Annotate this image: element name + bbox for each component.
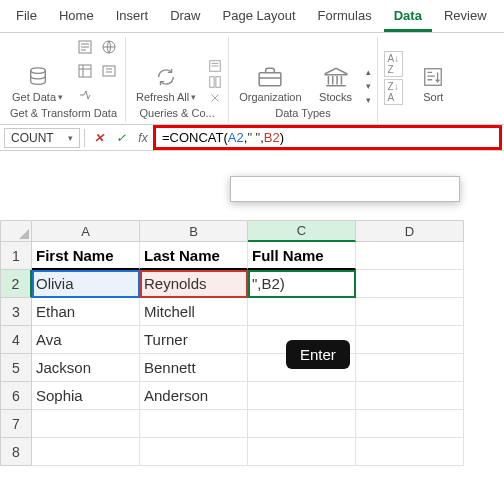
- tab-page-layout[interactable]: Page Layout: [213, 4, 306, 32]
- cell-c7[interactable]: [248, 410, 356, 438]
- cell-d1[interactable]: [356, 242, 464, 270]
- scroll-up-icon[interactable]: ▴: [366, 67, 371, 77]
- tab-formulas[interactable]: Formulas: [308, 4, 382, 32]
- enter-formula-button[interactable]: ✓: [111, 128, 131, 148]
- formula-fn: =CONCAT(: [162, 130, 228, 145]
- chevron-down-icon: ▾: [68, 133, 73, 143]
- cell-b4[interactable]: Turner: [140, 326, 248, 354]
- tab-home[interactable]: Home: [49, 4, 104, 32]
- tab-draw[interactable]: Draw: [160, 4, 210, 32]
- group-data-types: Organization Stocks ▴ ▾ ▾ Data Types: [229, 37, 377, 122]
- sort-desc-icon[interactable]: Z↓A: [384, 79, 404, 105]
- cell-b7[interactable]: [140, 410, 248, 438]
- cell-b5[interactable]: Bennett: [140, 354, 248, 382]
- sort-button[interactable]: Sort: [411, 63, 455, 105]
- cancel-formula-button[interactable]: ✕: [89, 128, 109, 148]
- cell-a6[interactable]: Sophia: [32, 382, 140, 410]
- row-header-8[interactable]: 8: [0, 438, 32, 466]
- tab-file[interactable]: File: [6, 4, 47, 32]
- cell-d5[interactable]: [356, 354, 464, 382]
- cell-d2[interactable]: [356, 270, 464, 298]
- stocks-button[interactable]: Stocks: [314, 63, 358, 105]
- ribbon: Get Data ▾ Get & Transform Data Refresh …: [0, 33, 504, 125]
- group-label-get-transform: Get & Transform Data: [10, 105, 117, 122]
- cell-b2[interactable]: Reynolds: [140, 270, 248, 298]
- get-data-label: Get Data: [12, 91, 56, 103]
- sort-icon: [419, 65, 447, 89]
- ribbon-tabs: File Home Insert Draw Page Layout Formul…: [0, 0, 504, 33]
- cell-b1[interactable]: Last Name: [140, 242, 248, 270]
- from-text-icon[interactable]: [75, 37, 95, 57]
- tab-review[interactable]: Review: [434, 4, 497, 32]
- cell-a4[interactable]: Ava: [32, 326, 140, 354]
- cell-a8[interactable]: [32, 438, 140, 466]
- formula-ref1: A2: [228, 130, 244, 145]
- group-label-sort: [418, 105, 421, 122]
- briefcase-icon: [256, 65, 284, 89]
- cell-b6[interactable]: Anderson: [140, 382, 248, 410]
- formula-input[interactable]: =CONCAT(A2," ",B2): [155, 127, 500, 148]
- row-header-7[interactable]: 7: [0, 410, 32, 438]
- row-header-1[interactable]: 1: [0, 242, 32, 270]
- svg-point-0: [30, 68, 45, 74]
- refresh-icon: [152, 65, 180, 89]
- get-data-button[interactable]: Get Data ▾: [8, 63, 67, 105]
- cell-d3[interactable]: [356, 298, 464, 326]
- svg-rect-7: [216, 77, 220, 88]
- select-all-corner[interactable]: [0, 220, 32, 242]
- bank-icon: [322, 65, 350, 89]
- cell-c6[interactable]: [248, 382, 356, 410]
- fx-button[interactable]: fx: [133, 128, 153, 148]
- queries-btn-1[interactable]: [208, 59, 222, 73]
- row-header-6[interactable]: 6: [0, 382, 32, 410]
- col-header-a[interactable]: A: [32, 220, 140, 242]
- scroll-down-icon[interactable]: ▾: [366, 81, 371, 91]
- queries-btn-2[interactable]: [208, 75, 222, 89]
- cell-d4[interactable]: [356, 326, 464, 354]
- formula-ref2: B2: [264, 130, 280, 145]
- recent-sources-icon[interactable]: [99, 61, 119, 81]
- group-queries: Refresh All ▾ Queries & Co...: [126, 37, 229, 122]
- expand-icon[interactable]: ▾: [366, 95, 371, 105]
- cell-b8[interactable]: [140, 438, 248, 466]
- queries-btn-3[interactable]: [208, 91, 222, 105]
- stocks-label: Stocks: [319, 91, 352, 103]
- row-header-3[interactable]: 3: [0, 298, 32, 326]
- from-web-icon[interactable]: [99, 37, 119, 57]
- cell-a2[interactable]: Olivia: [32, 270, 140, 298]
- organization-button[interactable]: Organization: [235, 63, 305, 105]
- sort-asc-icon[interactable]: A↓Z: [384, 51, 404, 77]
- cell-d7[interactable]: [356, 410, 464, 438]
- cell-c8[interactable]: [248, 438, 356, 466]
- refresh-all-button[interactable]: Refresh All ▾: [132, 63, 200, 105]
- cell-d6[interactable]: [356, 382, 464, 410]
- cell-a5[interactable]: Jackson: [32, 354, 140, 382]
- cell-a1[interactable]: First Name: [32, 242, 140, 270]
- row-header-4[interactable]: 4: [0, 326, 32, 354]
- cell-a7[interactable]: [32, 410, 140, 438]
- row-header-5[interactable]: 5: [0, 354, 32, 382]
- from-table-icon[interactable]: [75, 61, 95, 81]
- queries-side-buttons: [208, 59, 222, 105]
- existing-conn-icon[interactable]: [75, 85, 95, 105]
- name-box-value: COUNT: [11, 131, 54, 145]
- col-header-d[interactable]: D: [356, 220, 464, 242]
- tab-data[interactable]: Data: [384, 4, 432, 32]
- cell-c1[interactable]: Full Name: [248, 242, 356, 270]
- row-header-2[interactable]: 2: [0, 270, 32, 298]
- cell-a3[interactable]: Ethan: [32, 298, 140, 326]
- placeholder-icon: [99, 85, 119, 105]
- get-transform-mini-buttons: [75, 37, 119, 105]
- sort-label: Sort: [423, 91, 443, 103]
- group-get-transform: Get Data ▾ Get & Transform Data: [2, 37, 126, 122]
- formula-bar: COUNT ▾ ✕ ✓ fx =CONCAT(A2," ",B2): [0, 125, 504, 151]
- database-icon: [24, 65, 52, 89]
- col-header-c[interactable]: C: [248, 220, 356, 242]
- tab-insert[interactable]: Insert: [106, 4, 159, 32]
- cell-b3[interactable]: Mitchell: [140, 298, 248, 326]
- cell-c3[interactable]: [248, 298, 356, 326]
- col-header-b[interactable]: B: [140, 220, 248, 242]
- cell-c2[interactable]: ",B2): [248, 270, 356, 298]
- name-box[interactable]: COUNT ▾: [4, 128, 80, 148]
- cell-d8[interactable]: [356, 438, 464, 466]
